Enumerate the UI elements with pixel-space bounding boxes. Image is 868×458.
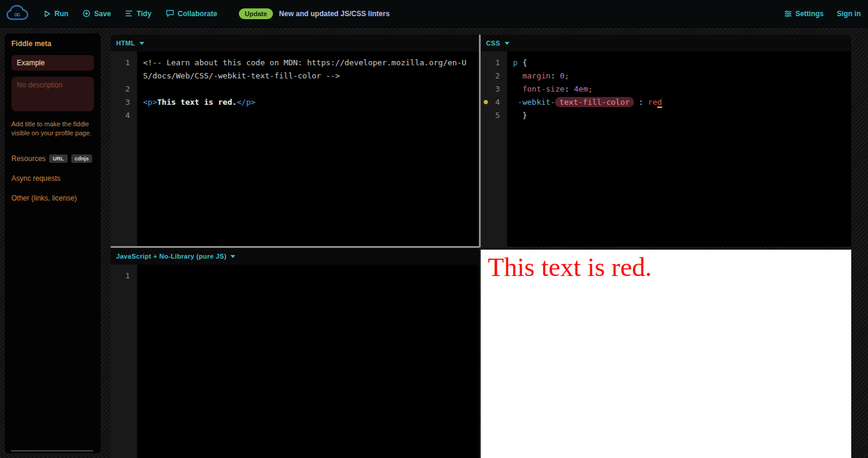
line-number: 3 xyxy=(481,83,507,96)
sidebar-item-resources[interactable]: Resources URL cdnjs xyxy=(11,154,94,163)
code-token xyxy=(513,84,523,93)
code-content xyxy=(137,109,479,122)
update-badge: Update xyxy=(239,8,273,19)
speech-bubble-icon xyxy=(166,10,174,17)
line-number: 2 xyxy=(111,83,137,96)
code-token: ; xyxy=(588,84,593,93)
css-panel-dropdown[interactable]: CSS xyxy=(481,35,851,51)
fiddle-description-input[interactable] xyxy=(11,77,94,111)
sidebar-item-other[interactable]: Other (links, license) xyxy=(11,194,94,202)
run-label: Run xyxy=(54,10,68,18)
topbar: ∞ Run Save Tidy Collaborate Update New a… xyxy=(0,0,868,28)
html-editor-panel: HTML 1<!-- Learn about this code on MDN:… xyxy=(111,35,479,247)
line-number: 3 xyxy=(111,96,137,109)
sidebar-heading: Fiddle meta xyxy=(11,40,94,48)
code-token xyxy=(513,98,518,107)
tidy-icon xyxy=(125,10,133,17)
chevron-down-icon xyxy=(230,255,235,258)
code-token: d xyxy=(657,98,662,108)
settings-label: Settings xyxy=(796,10,824,18)
html-code-editor[interactable]: 1<!-- Learn about this code on MDN: http… xyxy=(111,51,479,247)
sign-in-link[interactable]: Sign in xyxy=(837,10,861,18)
code-line: 2 margin: 0; xyxy=(481,69,851,83)
save-icon xyxy=(83,10,90,17)
code-content: <p>This text is red.</p> xyxy=(137,96,479,109)
code-line: 4 -webkit-text-fill-color : red xyxy=(481,96,851,109)
code-token: 0 xyxy=(560,71,564,80)
tidy-button[interactable]: Tidy xyxy=(125,10,151,18)
code-token: { xyxy=(518,58,527,67)
chevron-down-icon xyxy=(505,42,509,45)
js-panel-title: JavaScript + No-Library (pure JS) xyxy=(116,253,226,260)
code-token xyxy=(513,71,523,80)
css-code-editor[interactable]: 1p {2 margin: 0;3 font-size: 4em;4 -webk… xyxy=(481,51,851,247)
code-token: re xyxy=(648,98,657,107)
code-token: ; xyxy=(564,71,569,80)
code-content: <!-- Learn about this code on MDN: https… xyxy=(137,56,479,83)
jsfiddle-logo[interactable]: ∞ xyxy=(5,4,29,24)
result-panel: This text is red. xyxy=(481,250,851,458)
collaborate-button[interactable]: Collaborate xyxy=(166,10,217,18)
play-icon xyxy=(44,10,51,17)
code-content: p { xyxy=(507,56,851,69)
infinity-glyph: ∞ xyxy=(14,9,22,20)
chevron-down-icon xyxy=(139,42,144,45)
tidy-label: Tidy xyxy=(136,10,151,18)
sidebar-bottom-divider xyxy=(11,450,93,451)
code-token: <!-- Learn about this code on MDN: https… xyxy=(143,58,466,80)
collaborate-label: Collaborate xyxy=(178,10,217,18)
code-content: margin: 0; xyxy=(507,69,851,83)
js-panel-dropdown[interactable]: JavaScript + No-Library (pure JS) xyxy=(111,248,479,265)
other-links-license-label: Other (links, license) xyxy=(11,194,77,202)
save-button[interactable]: Save xyxy=(83,10,111,18)
update-announcement-link[interactable]: New and updated JS/CSS linters xyxy=(279,10,390,18)
js-code-editor[interactable]: 1 xyxy=(111,265,479,458)
css-editor-panel: CSS 1p {2 margin: 0;3 font-size: 4em;4 -… xyxy=(481,35,851,247)
code-token: 4em xyxy=(574,84,588,93)
html-panel-title: HTML xyxy=(116,40,135,47)
code-content xyxy=(137,269,479,283)
code-line: 5 } xyxy=(481,109,851,122)
line-number: 1 xyxy=(111,56,137,69)
code-line: 1<!-- Learn about this code on MDN: http… xyxy=(111,56,479,83)
code-line: 1 xyxy=(111,269,479,283)
resources-cdnjs-badge[interactable]: cdnjs xyxy=(71,154,93,163)
code-line: 2 xyxy=(111,83,479,96)
resources-url-badge[interactable]: URL xyxy=(49,154,68,163)
code-token: margin xyxy=(523,71,551,80)
code-token: This text is red. xyxy=(157,98,236,107)
html-panel-dropdown[interactable]: HTML xyxy=(111,35,479,51)
code-token: : xyxy=(634,98,648,107)
line-number: 5 xyxy=(481,109,507,122)
settings-icon xyxy=(784,10,792,17)
settings-button[interactable]: Settings xyxy=(784,10,824,18)
sidebar-item-async-requests[interactable]: Async requests xyxy=(11,174,94,183)
line-number: 1 xyxy=(481,56,507,69)
code-token: </p> xyxy=(237,98,256,107)
save-label: Save xyxy=(94,10,111,18)
code-token: p xyxy=(513,58,518,67)
code-token: : xyxy=(551,71,560,80)
code-line: 1p { xyxy=(481,56,851,69)
async-requests-label: Async requests xyxy=(11,174,60,183)
sidebar-help-text: Add title to make the fiddle visible on … xyxy=(11,120,94,138)
panel-vertical-divider[interactable] xyxy=(479,35,481,247)
code-content: font-size: 4em; xyxy=(507,83,851,96)
code-token: : xyxy=(564,84,574,93)
run-button[interactable]: Run xyxy=(44,10,68,18)
code-line: 4 xyxy=(111,109,479,122)
code-token: text-fill-color xyxy=(555,97,633,107)
code-line: 3<p>This text is red.</p> xyxy=(111,96,479,109)
sign-in-label: Sign in xyxy=(837,10,861,18)
lint-marker-icon xyxy=(484,100,488,104)
fiddle-title-input[interactable] xyxy=(11,55,94,71)
code-content xyxy=(137,83,479,96)
result-paragraph: This text is red. xyxy=(481,250,851,282)
line-number: 1 xyxy=(111,269,137,283)
resources-label: Resources xyxy=(11,154,45,163)
code-token: <p> xyxy=(143,98,157,107)
code-token: font-size xyxy=(523,84,564,93)
fiddle-meta-sidebar: Fiddle meta Add title to make the fiddle… xyxy=(5,34,101,453)
css-panel-title: CSS xyxy=(486,40,500,47)
code-token: -webkit- xyxy=(518,98,556,107)
